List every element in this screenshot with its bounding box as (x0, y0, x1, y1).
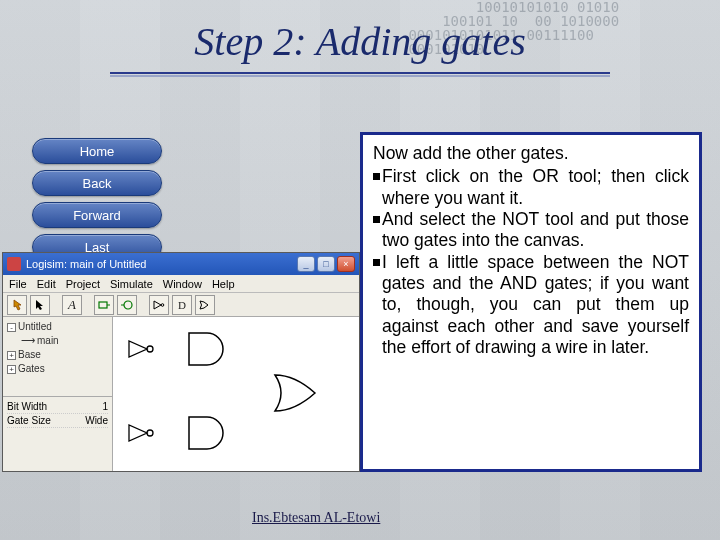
toolbar-separator (140, 295, 146, 315)
window-title: Logisim: main of Untitled (26, 258, 297, 270)
nav-home-label: Home (80, 144, 115, 159)
tool-text[interactable]: A (62, 295, 82, 315)
tool-pin-out[interactable] (117, 295, 137, 315)
tree-item-gates[interactable]: Gates (18, 362, 45, 376)
bullet-icon (373, 216, 380, 223)
minimize-button[interactable]: _ (297, 256, 315, 272)
app-body: -Untitled ⟶main +Base +Gates Bit Width1 … (3, 317, 359, 471)
instruction-bullet: And select the NOT tool and put those tw… (373, 209, 689, 252)
bullet-text: First click on the OR tool; then click w… (382, 166, 689, 209)
tree-item-main[interactable]: main (37, 334, 59, 348)
tool-or[interactable] (195, 295, 215, 315)
prop-row[interactable]: Bit Width1 (7, 400, 108, 414)
menu-simulate[interactable]: Simulate (110, 278, 153, 290)
instruction-box: Now add the other gates. First click on … (360, 132, 702, 472)
app-icon (7, 257, 21, 271)
menu-project[interactable]: Project (66, 278, 100, 290)
nav-forward-label: Forward (73, 208, 121, 223)
nav-buttons: Home Back Forward Last (32, 138, 162, 260)
tool-pin-in[interactable] (94, 295, 114, 315)
instruction-bullet: First click on the OR tool; then click w… (373, 166, 689, 209)
close-button[interactable]: × (337, 256, 355, 272)
menu-edit[interactable]: Edit (37, 278, 56, 290)
prop-key: Gate Size (7, 415, 51, 426)
tree-expand-icon[interactable]: + (7, 365, 16, 374)
toolbar: A D (3, 293, 359, 317)
instruction-intro: Now add the other gates. (373, 143, 689, 164)
tree-root[interactable]: Untitled (18, 320, 52, 334)
nav-back[interactable]: Back (32, 170, 162, 196)
tool-poke[interactable] (7, 295, 27, 315)
menubar: File Edit Project Simulate Window Help (3, 275, 359, 293)
menu-file[interactable]: File (9, 278, 27, 290)
project-tree[interactable]: -Untitled ⟶main +Base +Gates (3, 317, 112, 397)
footer-credit: Ins.Ebtesam AL-Etowi (252, 510, 380, 526)
nav-home[interactable]: Home (32, 138, 162, 164)
bullet-icon (373, 173, 380, 180)
menu-help[interactable]: Help (212, 278, 235, 290)
instruction-bullet: I left a little space between the NOT ga… (373, 252, 689, 359)
prop-key: Bit Width (7, 401, 47, 412)
menu-window[interactable]: Window (163, 278, 202, 290)
tree-item-base[interactable]: Base (18, 348, 41, 362)
tool-not[interactable] (149, 295, 169, 315)
logisim-window: Logisim: main of Untitled _ □ × File Edi… (2, 252, 360, 472)
canvas[interactable] (113, 317, 359, 471)
nav-forward[interactable]: Forward (32, 202, 162, 228)
bullet-icon (373, 259, 380, 266)
and-gate-icon (185, 329, 231, 369)
not-gate-icon (127, 339, 157, 359)
nav-back-label: Back (83, 176, 112, 191)
tool-and[interactable]: D (172, 295, 192, 315)
title-underline (110, 72, 610, 77)
prop-row[interactable]: Gate SizeWide (7, 414, 108, 428)
sidebar: -Untitled ⟶main +Base +Gates Bit Width1 … (3, 317, 113, 471)
tool-select[interactable] (30, 295, 50, 315)
maximize-button[interactable]: □ (317, 256, 335, 272)
svg-rect-0 (99, 302, 107, 308)
prop-value: Wide (85, 415, 108, 426)
tree-collapse-icon[interactable]: - (7, 323, 16, 332)
title-area: Step 2: Adding gates (0, 18, 720, 65)
titlebar: Logisim: main of Untitled _ □ × (3, 253, 359, 275)
properties-panel: Bit Width1 Gate SizeWide (3, 397, 112, 431)
toolbar-separator (85, 295, 91, 315)
slide-title: Step 2: Adding gates (0, 18, 720, 65)
window-controls: _ □ × (297, 256, 355, 272)
tree-expand-icon[interactable]: + (7, 351, 16, 360)
prop-value: 1 (102, 401, 108, 412)
and-gate-icon (185, 413, 231, 453)
bullet-text: I left a little space between the NOT ga… (382, 252, 689, 359)
svg-point-2 (124, 301, 132, 309)
not-gate-icon (127, 423, 157, 443)
bullet-text: And select the NOT tool and put those tw… (382, 209, 689, 252)
toolbar-separator (53, 295, 59, 315)
svg-point-4 (161, 303, 164, 306)
or-gate-icon (271, 371, 323, 415)
